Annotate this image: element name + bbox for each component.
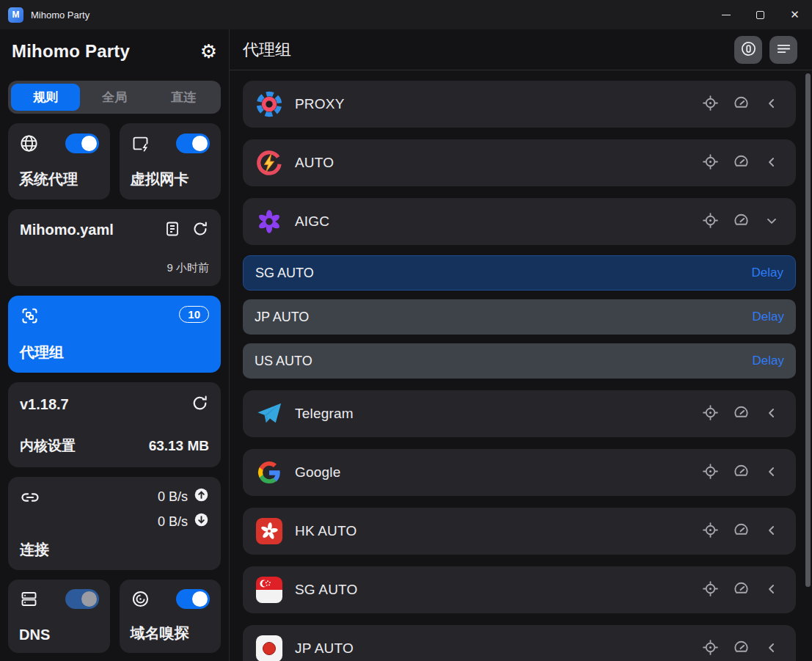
dns-label: DNS (19, 627, 99, 643)
expand-group-button[interactable] (759, 519, 784, 544)
delay-test-node-button[interactable]: Delay (753, 310, 784, 324)
profile-card[interactable]: Mihomo.yaml 9 小时前 (8, 209, 221, 286)
flag-hk-icon (255, 516, 284, 546)
proxy-group-name: Google (295, 464, 698, 481)
dns-card[interactable]: DNS (8, 580, 110, 653)
tab-rule[interactable]: 规则 (11, 84, 80, 111)
locate-icon (702, 580, 719, 599)
delay-test-group-button[interactable] (728, 92, 753, 117)
delay-test-group-button[interactable] (728, 577, 753, 602)
proxy-icon (255, 90, 284, 119)
delay-test-group-button[interactable] (728, 636, 753, 661)
proxy-groups-label: 代理组 (20, 343, 209, 362)
maximize-button[interactable] (743, 0, 778, 29)
delay-test-group-button[interactable] (728, 209, 753, 234)
link-icon (20, 487, 40, 508)
chevron-left-icon (764, 582, 779, 599)
scrollbar[interactable] (805, 73, 811, 587)
proxy-group-row[interactable]: PROXY (243, 81, 796, 128)
flag-sg-icon (255, 575, 284, 605)
locate-node-button[interactable] (698, 401, 723, 426)
proxy-group-row[interactable]: HK AUTO (243, 508, 796, 555)
kernel-card[interactable]: v1.18.7 内核设置 63.13 MB (8, 382, 221, 467)
tab-direct[interactable]: 直连 (149, 84, 218, 111)
sniff-toggle[interactable] (176, 589, 210, 609)
locate-node-button[interactable] (698, 150, 723, 175)
chevron-left-icon (764, 155, 779, 172)
proxy-node-row[interactable]: SG AUTODelay (243, 255, 796, 291)
expand-group-button[interactable] (759, 150, 784, 175)
gauge-icon (733, 212, 750, 231)
gauge-icon (733, 404, 750, 423)
arrow-up-circle-icon (194, 487, 209, 506)
chevron-left-icon (764, 640, 779, 657)
locate-node-button[interactable] (698, 636, 723, 661)
proxy-group-row[interactable]: AIGC (243, 198, 796, 245)
locate-node-button[interactable] (698, 92, 723, 117)
tun-card[interactable]: 虚拟网卡 (120, 123, 222, 200)
connections-card[interactable]: 0 B/s 0 B/s 连接 (8, 477, 221, 570)
gauge-icon (733, 580, 750, 599)
proxy-group-row[interactable]: Google (243, 449, 796, 496)
maximize-icon (756, 11, 764, 19)
delay-test-group-button[interactable] (728, 401, 753, 426)
update-profile-button[interactable] (191, 220, 209, 240)
delay-test-node-button[interactable]: Delay (753, 354, 784, 368)
delay-test-group-button[interactable] (728, 150, 753, 175)
proxy-group-name: AUTO (295, 155, 698, 171)
locate-node-button[interactable] (698, 519, 723, 544)
refresh-icon (191, 220, 209, 240)
settings-button[interactable]: ⚙ (200, 42, 217, 61)
system-proxy-label: 系统代理 (19, 169, 99, 189)
delay-test-group-button[interactable] (728, 460, 753, 485)
restart-kernel-button[interactable] (191, 394, 209, 415)
proxy-node-row[interactable]: US AUTODelay (243, 343, 796, 379)
sidebar-app-title: Mihomo Party (12, 41, 130, 62)
edit-profile-button[interactable] (164, 220, 181, 240)
collapse-group-button[interactable] (759, 209, 784, 234)
bolt-icon (255, 148, 284, 178)
proxy-group-name: JP AUTO (295, 640, 698, 657)
proxy-node-row[interactable]: JP AUTODelay (243, 299, 796, 335)
close-button[interactable]: ✕ (778, 0, 812, 29)
document-icon (164, 220, 181, 240)
expand-group-button[interactable] (759, 460, 784, 485)
proxy-group-row[interactable]: AUTO (243, 139, 796, 186)
kernel-settings-label: 内核设置 (20, 437, 76, 456)
delay-test-all-button[interactable] (734, 36, 762, 64)
sidebar-item-proxy-groups[interactable]: 10 代理组 (8, 296, 221, 373)
sniff-card[interactable]: 域名嗅探 (120, 580, 222, 653)
gauge-icon (733, 522, 750, 541)
expand-group-button[interactable] (759, 92, 784, 117)
locate-node-button[interactable] (698, 209, 723, 234)
expand-group-button[interactable] (759, 636, 784, 661)
minimize-button[interactable] (709, 0, 743, 29)
proxy-node-name: JP AUTO (255, 310, 753, 325)
chevron-left-icon (764, 464, 779, 481)
delay-test-group-button[interactable] (728, 519, 753, 544)
locate-node-button[interactable] (698, 577, 723, 602)
dns-toggle[interactable] (65, 589, 99, 609)
page-title: 代理组 (243, 39, 291, 61)
proxy-node-list: SG AUTODelayJP AUTODelayUS AUTODelay (243, 255, 796, 379)
tab-global[interactable]: 全局 (80, 84, 149, 111)
proxy-group-row[interactable]: SG AUTO (243, 566, 796, 613)
system-proxy-toggle[interactable] (65, 134, 99, 153)
chevron-left-icon (764, 96, 779, 113)
proxy-group-row[interactable]: Telegram (243, 390, 796, 437)
locate-node-button[interactable] (698, 460, 723, 485)
locate-icon (702, 404, 719, 423)
expand-group-button[interactable] (759, 577, 784, 602)
list-layout-toggle-button[interactable] (769, 36, 797, 64)
proxy-group-row[interactable]: JP AUTO (243, 625, 796, 661)
proxy-group-list: PROXYAUTOAIGCSG AUTODelayJP AUTODelayUS … (230, 70, 812, 661)
system-proxy-card[interactable]: 系统代理 (8, 123, 110, 200)
delay-test-node-button[interactable]: Delay (752, 266, 783, 280)
expand-group-button[interactable] (759, 401, 784, 426)
close-icon: ✕ (790, 8, 800, 21)
tun-toggle[interactable] (176, 134, 210, 153)
proxy-node-name: SG AUTO (255, 266, 752, 281)
proxy-group-name: PROXY (295, 96, 698, 112)
dns-server-icon (19, 589, 39, 609)
sidebar: Mihomo Party ⚙ 规则 全局 直连 (0, 29, 230, 661)
